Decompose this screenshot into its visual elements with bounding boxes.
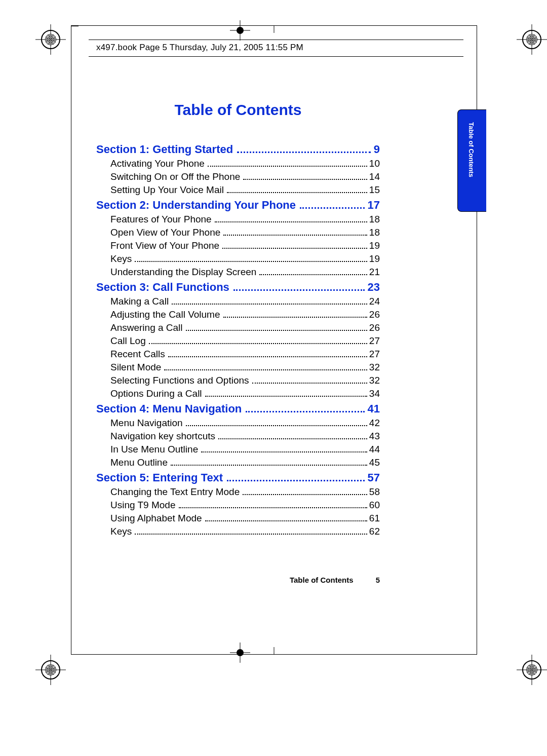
entry-page: 42 [369, 418, 380, 429]
entry-page: 24 [369, 296, 380, 307]
toc-entry[interactable]: Activating Your Phone10 [110, 158, 380, 169]
section-page: 17 [368, 199, 380, 212]
entry-page: 32 [369, 375, 380, 386]
leader-dots [252, 383, 367, 384]
toc-entry[interactable]: Recent Calls27 [110, 349, 380, 360]
entry-label: Answering a Call [110, 322, 183, 333]
entry-label: Setting Up Your Voice Mail [110, 184, 224, 196]
entry-label: Making a Call [110, 296, 169, 307]
toc-section-heading[interactable]: Section 3: Call Functions23 [96, 281, 380, 294]
entry-label: Adjusting the Call Volume [110, 309, 220, 320]
entry-page: 15 [369, 184, 380, 196]
toc-entry[interactable]: In Use Menu Outline44 [110, 444, 380, 455]
toc-entry[interactable]: Open View of Your Phone18 [110, 227, 380, 238]
leader-dots [135, 261, 367, 262]
toc-entry[interactable]: Adjusting the Call Volume26 [110, 309, 380, 320]
header-text: x497.book Page 5 Thursday, July 21, 2005… [96, 43, 303, 53]
entry-page: 62 [369, 526, 380, 537]
toc-entry[interactable]: Options During a Call34 [110, 388, 380, 399]
entry-label: Understanding the Display Screen [110, 267, 256, 278]
entry-page: 27 [369, 349, 380, 360]
entry-page: 43 [369, 431, 380, 442]
toc-content: Table of Contents Section 1: Getting Sta… [96, 101, 380, 539]
toc-section-heading[interactable]: Section 2: Understanding Your Phone17 [96, 199, 380, 212]
section-page: 9 [374, 143, 380, 156]
leader-dots [227, 192, 367, 193]
leader-dots [172, 304, 367, 305]
entry-label: Options During a Call [110, 388, 202, 399]
leader-dots [135, 534, 367, 535]
side-tab-label: Table of Contents [467, 122, 475, 177]
entry-page: 27 [369, 335, 380, 347]
entry-page: 26 [369, 322, 380, 333]
toc-entry[interactable]: Silent Mode32 [110, 362, 380, 373]
entry-page: 58 [369, 486, 380, 498]
leader-dots [218, 438, 367, 439]
section-label: Section 4: Menu Navigation [96, 402, 242, 415]
entry-label: Menu Outline [110, 457, 168, 468]
leader-dots [205, 396, 367, 397]
toc-entry[interactable]: Using T9 Mode60 [110, 500, 380, 511]
leader-dots [205, 520, 367, 521]
toc-entry[interactable]: Changing the Text Entry Mode58 [110, 486, 380, 498]
entry-label: Features of Your Phone [110, 214, 212, 225]
entry-label: Front View of Your Phone [110, 240, 219, 251]
footer-label: Table of Contents [290, 576, 354, 584]
entry-page: 14 [369, 171, 380, 182]
leader-dots [215, 221, 367, 222]
toc-entry[interactable]: Features of Your Phone18 [110, 214, 380, 225]
toc-entry[interactable]: Using Alphabet Mode61 [110, 513, 380, 524]
entry-page: 26 [369, 309, 380, 320]
entry-label: Using T9 Mode [110, 500, 176, 511]
toc-entry[interactable]: Navigation key shortcuts43 [110, 431, 380, 442]
leader-dots [243, 494, 367, 495]
leader-dots [259, 274, 367, 275]
entry-label: Keys [110, 253, 132, 264]
leader-dots [300, 207, 365, 209]
toc-entry[interactable]: Selecting Functions and Options32 [110, 375, 380, 386]
page-footer: Table of Contents 5 [96, 576, 380, 584]
leader-dots [237, 152, 371, 153]
leader-dots [186, 425, 367, 426]
entry-label: Menu Navigation [110, 418, 183, 429]
section-label: Section 5: Entering Text [96, 471, 223, 484]
entry-page: 61 [369, 513, 380, 524]
toc-section-heading[interactable]: Section 4: Menu Navigation41 [96, 402, 380, 415]
entry-label: Call Log [110, 335, 146, 347]
leader-dots [164, 369, 367, 370]
leader-dots [227, 480, 364, 481]
leader-dots [179, 507, 367, 508]
leader-dots [246, 411, 364, 412]
toc-entry[interactable]: Call Log27 [110, 335, 380, 347]
leader-dots [223, 317, 367, 318]
page-title: Table of Contents [96, 101, 380, 119]
toc-entry[interactable]: Understanding the Display Screen21 [110, 267, 380, 278]
leader-dots [168, 356, 367, 357]
toc-entry[interactable]: Keys62 [110, 526, 380, 537]
leader-dots [171, 465, 367, 466]
toc-entry[interactable]: Setting Up Your Voice Mail15 [110, 184, 380, 196]
toc-entry[interactable]: Front View of Your Phone19 [110, 240, 380, 251]
entry-page: 19 [369, 253, 380, 264]
entry-label: Switching On or Off the Phone [110, 171, 240, 182]
entry-label: Keys [110, 526, 132, 537]
entry-page: 18 [369, 214, 380, 225]
toc-entry[interactable]: Answering a Call26 [110, 322, 380, 333]
entry-label: Navigation key shortcuts [110, 431, 215, 442]
toc-entry[interactable]: Switching On or Off the Phone14 [110, 171, 380, 182]
leader-dots [201, 451, 367, 452]
toc-entry[interactable]: Menu Navigation42 [110, 418, 380, 429]
section-page: 41 [368, 402, 380, 415]
entry-page: 34 [369, 388, 380, 399]
leader-dots [222, 248, 367, 249]
entry-page: 18 [369, 227, 380, 238]
section-label: Section 2: Understanding Your Phone [96, 199, 296, 212]
toc-entry[interactable]: Menu Outline45 [110, 457, 380, 468]
toc-section-heading[interactable]: Section 5: Entering Text57 [96, 471, 380, 484]
toc-section-heading[interactable]: Section 1: Getting Started9 [96, 143, 380, 156]
toc-entry[interactable]: Keys19 [110, 253, 380, 264]
footer-page-number: 5 [376, 576, 380, 584]
entry-page: 10 [369, 158, 380, 169]
toc-entry[interactable]: Making a Call24 [110, 296, 380, 307]
section-label: Section 3: Call Functions [96, 281, 229, 294]
